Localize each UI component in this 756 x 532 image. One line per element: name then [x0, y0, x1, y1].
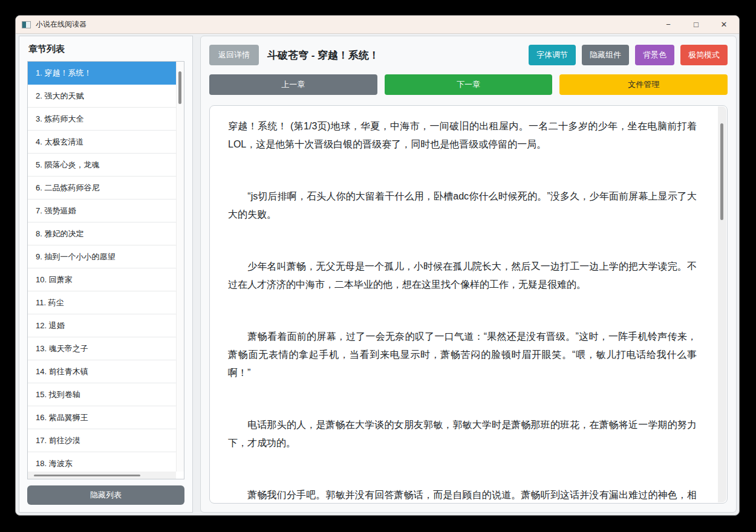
chapter-item[interactable]: 16. 紫晶翼狮王 — [28, 406, 176, 429]
title-bar[interactable]: 小说在线阅读器 − □ ✕ — [16, 16, 739, 34]
minimize-icon[interactable]: − — [654, 16, 682, 34]
chapter-item[interactable]: 9. 抽到一个小小的愿望 — [28, 245, 176, 268]
reader-toolbar: 字体调节 隐藏组件 背景色 极简模式 — [529, 45, 728, 65]
chapter-item[interactable]: 14. 前往青木镇 — [28, 360, 176, 383]
novel-paragraph: 电话那头的人，是萧畅在大学谈的女朋友郭敏，郭敏大学时是萧畅那班的班花，在萧畅将近… — [228, 416, 697, 452]
chapter-item[interactable]: 11. 药尘 — [28, 291, 176, 314]
chapter-list-heading: 章节列表 — [28, 44, 183, 55]
chapter-item[interactable]: 7. 强势逼婚 — [28, 199, 176, 222]
chapter-item[interactable]: 3. 炼药师大全 — [28, 108, 176, 131]
chapter-item[interactable]: 12. 退婚 — [28, 314, 176, 337]
chapter-list-scrollbar-thumb[interactable] — [178, 71, 181, 104]
novel-paragraph: 穿越！系统！ (第1/3页)地球，华夏，中海市，一间破旧的出租屋内。一名二十多岁… — [228, 117, 697, 154]
chapter-nav: 上一章 下一章 文件管理 — [209, 74, 728, 95]
chapter-item[interactable]: 15. 找到卷轴 — [28, 383, 176, 406]
chapter-item[interactable]: 17. 前往沙漠 — [28, 429, 176, 452]
reader-header: 返回详情 斗破苍穹 - 穿越！系统！ 字体调节 隐藏组件 背景色 极简模式 — [209, 45, 728, 65]
chapter-list-horizontal-thumb[interactable] — [34, 475, 140, 476]
hide-list-button[interactable]: 隐藏列表 — [27, 485, 184, 505]
next-chapter-button[interactable]: 下一章 — [385, 74, 553, 95]
chapter-item[interactable]: 1. 穿越！系统！ — [28, 62, 176, 85]
hide-widgets-button[interactable]: 隐藏组件 — [582, 45, 629, 65]
novel-paragraph: 萧畅看着面前的屏幕，过了一会无奈的叹了一口气道：“果然还是没有晋级。”这时，一阵… — [228, 328, 697, 382]
reading-area: 穿越！系统！ (第1/3页)地球，华夏，中海市，一间破旧的出租屋内。一名二十多岁… — [209, 105, 728, 504]
app-window: 小说在线阅读器 − □ ✕ 章节列表 1. 穿越！系统！ 2. 强大的天赋 3.… — [15, 15, 740, 516]
app-icon — [22, 21, 31, 28]
chapter-list-horizontal-scrollbar[interactable] — [28, 472, 176, 479]
back-to-details-button[interactable]: 返回详情 — [209, 45, 259, 65]
background-color-button[interactable]: 背景色 — [635, 45, 674, 65]
novel-paragraph: 少年名叫萧畅，无父无母是一个孤儿，小时候在孤儿院长大，然后又一边打工一边上学的把… — [228, 258, 697, 294]
window-body: 章节列表 1. 穿越！系统！ 2. 强大的天赋 3. 炼药师大全 4. 太极玄清… — [16, 34, 739, 515]
book-chapter-title: 斗破苍穹 - 穿越！系统！ — [267, 48, 379, 62]
chapter-item[interactable]: 5. 陨落心炎，龙魂 — [28, 154, 176, 177]
chapter-item[interactable]: 13. 魂天帝之子 — [28, 337, 176, 360]
reader-panel: 返回详情 斗破苍穹 - 穿越！系统！ 字体调节 隐藏组件 背景色 极简模式 上一… — [200, 36, 737, 513]
reader-vertical-scrollbar[interactable] — [718, 106, 726, 502]
chapter-list: 1. 穿越！系统！ 2. 强大的天赋 3. 炼药师大全 4. 太极玄清道 5. … — [27, 61, 184, 479]
maximize-icon[interactable]: □ — [682, 16, 710, 34]
chapter-item[interactable]: 2. 强大的天赋 — [28, 85, 176, 108]
chapter-sidebar: 章节列表 1. 穿越！系统！ 2. 强大的天赋 3. 炼药师大全 4. 太极玄清… — [19, 36, 193, 513]
close-icon[interactable]: ✕ — [710, 16, 738, 34]
reader-scrollbar-thumb[interactable] — [720, 123, 723, 220]
font-adjust-button[interactable]: 字体调节 — [529, 45, 576, 65]
chapter-item[interactable]: 4. 太极玄清道 — [28, 131, 176, 154]
file-manager-button[interactable]: 文件管理 — [559, 74, 728, 95]
novel-paragraph: 萧畅我们分手吧。郭敏并没有回答萧畅话，而是自顾自的说道。萧畅听到这话并没有漏出难… — [228, 486, 697, 504]
chapter-list-vertical-scrollbar[interactable] — [176, 62, 184, 472]
chapter-item[interactable]: 8. 雅妃的决定 — [28, 222, 176, 245]
chapter-item[interactable]: 10. 回萧家 — [28, 268, 176, 291]
prev-chapter-button[interactable]: 上一章 — [209, 74, 377, 95]
window-title: 小说在线阅读器 — [36, 19, 86, 30]
novel-paragraph: “js切后排啊，石头人你的大留着干什么用，卧槽adc你什么时候死的。”没多久，少… — [228, 187, 697, 224]
chapter-item[interactable]: 6. 二品炼药师谷尼 — [28, 177, 176, 199]
minimal-mode-button[interactable]: 极简模式 — [680, 45, 728, 65]
